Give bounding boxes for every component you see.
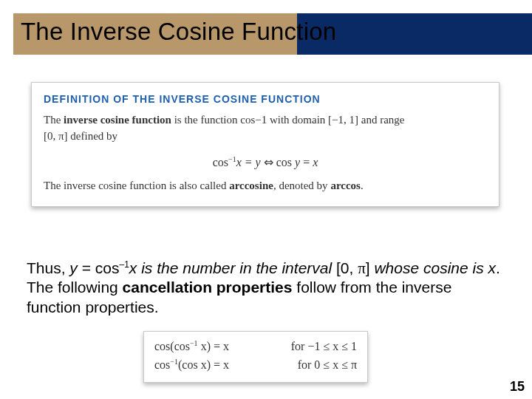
body-paragraph: Thus, y = cos–1x is the number in the in… — [27, 259, 505, 317]
prop-lhs: cos−1(cos x) = x — [154, 356, 229, 375]
text: [0, — [336, 259, 358, 276]
text-bold: arccosine — [229, 180, 273, 191]
superscript: −1 — [190, 339, 198, 347]
superscript: −1 — [228, 155, 236, 163]
title-bar: The Inverse Cosine Function — [0, 13, 532, 55]
definition-heading: DEFINITION OF THE INVERSE COSINE FUNCTIO… — [44, 93, 487, 105]
text: (cos x) = x — [178, 358, 229, 371]
definition-box: DEFINITION OF THE INVERSE COSINE FUNCTIO… — [31, 82, 499, 207]
text-italic: x is the number in the interval — [129, 259, 336, 276]
definition-line-3: The inverse cosine function is also call… — [44, 178, 487, 194]
text: The — [44, 114, 64, 126]
properties-box: cos(cos−1 x) = x for −1 ≤ x ≤ 1 cos−1(co… — [143, 331, 368, 383]
text: with domain [−1, 1] and range — [267, 114, 404, 126]
text-italic: whose cosine is x — [374, 259, 496, 276]
eqn-rhs: cos y = x — [276, 156, 318, 168]
text: , denoted by — [273, 180, 330, 191]
superscript: –1 — [119, 259, 129, 270]
text-bold: arccos — [330, 180, 361, 191]
text: Thus, — [27, 259, 69, 276]
definition-equation: cos−1x = y ⇔ cos y = x — [44, 155, 487, 169]
page-number: 15 — [510, 379, 525, 395]
eqn-lhs-xy: x = y — [236, 156, 261, 168]
text: = cos — [78, 259, 120, 276]
prop-rhs: for 0 ≤ x ≤ π — [298, 356, 357, 375]
prop-lhs: cos(cos−1 x) = x — [154, 338, 229, 356]
slide: The Inverse Cosine Function DEFINITION O… — [0, 0, 532, 399]
superscript: −1 — [255, 114, 267, 126]
definition-line-2: [0, π] defined by — [44, 129, 487, 145]
eqn-lhs-cos: cos — [213, 156, 228, 168]
text: ] — [366, 259, 375, 276]
text: x) = x — [198, 340, 229, 352]
property-row-2: cos−1(cos x) = x for 0 ≤ x ≤ π — [154, 356, 357, 375]
text-bold: cancellation properties — [123, 279, 293, 296]
text: cos(cos — [154, 340, 190, 352]
eqn-iff: ⇔ — [261, 156, 276, 168]
superscript: −1 — [170, 358, 178, 366]
text: . — [361, 180, 364, 191]
text: The inverse cosine function is also call… — [44, 180, 229, 191]
pi-symbol: π — [358, 259, 366, 277]
text-bold: inverse cosine function — [64, 114, 171, 126]
text: is the function cos — [171, 114, 255, 126]
definition-line-1: The inverse cosine function is the funct… — [44, 112, 487, 129]
slide-title: The Inverse Cosine Function — [21, 18, 336, 46]
property-row-1: cos(cos−1 x) = x for −1 ≤ x ≤ 1 — [154, 338, 357, 356]
text-italic: y — [69, 259, 78, 276]
text: cos — [154, 358, 170, 371]
prop-rhs: for −1 ≤ x ≤ 1 — [291, 338, 357, 356]
